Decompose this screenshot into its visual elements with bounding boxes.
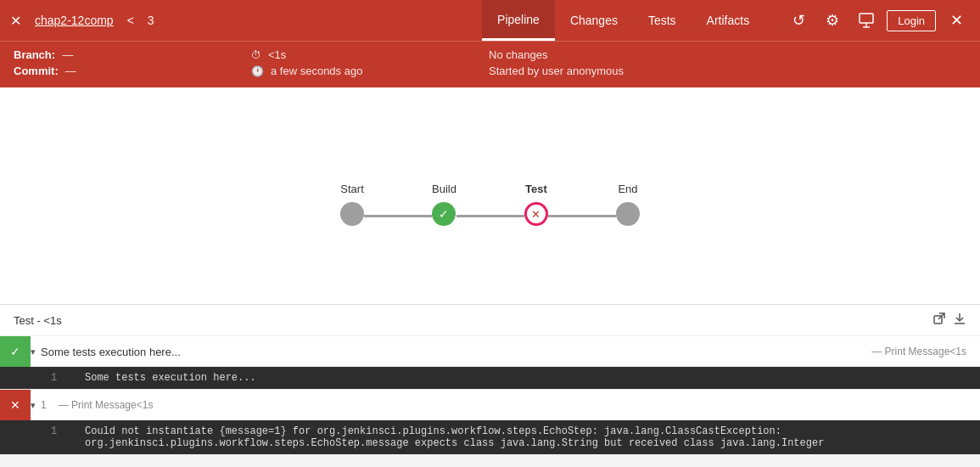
pipeline-diagram: Start Build ✓ Test ✕ End — [0, 87, 980, 304]
no-changes-text: No changes — [489, 48, 547, 61]
status-no-changes: No changes — [489, 48, 966, 61]
user-icon[interactable] — [853, 7, 880, 34]
code-line-num-0: 1 — [51, 372, 71, 384]
main-header: ✕ chap2-12comp < 3 Pipeline Changes Test… — [0, 0, 980, 41]
log-section: Test - <1s — [0, 304, 980, 454]
code-row-0: 1 Some tests execution here... — [0, 367, 980, 389]
pipeline-stages: Start Build ✓ Test ✕ End — [340, 183, 640, 226]
log-toggle-1[interactable]: ▾ — [31, 400, 36, 411]
code-line-num-1: 1 — [51, 425, 71, 449]
stage-build-node: ✓ — [432, 202, 456, 226]
stage-end[interactable]: End — [616, 183, 640, 226]
code-text-0: Some tests execution here... — [85, 372, 256, 384]
duration-row: ⏱ <1s — [251, 48, 489, 61]
commit-value: — — [65, 65, 76, 77]
sub-header: Branch: — Commit: — ⏱ <1s 🕐 a few second… — [0, 41, 980, 87]
stage-test-label: Test — [525, 183, 547, 195]
main-content: Start Build ✓ Test ✕ End Test - <1s — [0, 87, 980, 454]
refresh-button[interactable]: ↺ — [785, 7, 812, 34]
code-row-1: 1 Could not instantiate {message=1} for … — [0, 420, 980, 454]
log-step-label-0: Some tests execution here... — [41, 346, 866, 358]
log-status-error-icon: ✕ — [0, 390, 31, 420]
time-value: a few seconds ago — [271, 65, 362, 77]
status-started-by: Started by user anonymous — [489, 65, 966, 77]
commit-label: Commit: — [14, 65, 59, 77]
stage-end-node — [616, 202, 640, 226]
log-step-num-1: 1 — [41, 399, 47, 411]
svg-rect-0 — [860, 14, 873, 23]
connector-3 — [548, 215, 616, 217]
tab-artifacts[interactable]: Artifacts — [692, 0, 765, 41]
stage-start-label: Start — [340, 183, 363, 195]
code-text-1: Could not instantiate {message=1} for or… — [85, 425, 824, 449]
branch-label: Branch: — [14, 48, 55, 61]
tab-changes[interactable]: Changes — [555, 0, 633, 41]
nav-tabs: Pipeline Changes Tests Artifacts — [482, 0, 764, 41]
stage-test-node: ✕ — [524, 202, 548, 226]
sub-col-timing: ⏱ <1s 🕐 a few seconds ago — [251, 48, 489, 77]
tab-tests[interactable]: Tests — [633, 0, 692, 41]
started-by-text: Started by user anonymous — [489, 65, 624, 77]
stage-build-label: Build — [432, 183, 456, 195]
sub-col-meta: Branch: — Commit: — — [14, 48, 251, 77]
log-time-0: <1s — [949, 346, 966, 357]
stage-start[interactable]: Start — [340, 183, 364, 226]
breadcrumb-link[interactable]: chap2-12comp — [35, 14, 114, 27]
log-toggle-0[interactable]: ▾ — [31, 346, 36, 357]
log-row-0: ✓ ▾ Some tests execution here... — Print… — [0, 335, 980, 367]
breadcrumb-chevron-icon: < — [127, 14, 134, 27]
download-icon[interactable] — [953, 312, 966, 329]
log-step-sub-1: — Print Message — [59, 399, 137, 411]
stage-test[interactable]: Test ✕ — [524, 183, 548, 226]
duration-value: <1s — [268, 48, 286, 61]
stage-end-label: End — [618, 183, 637, 195]
commit-row: Commit: — — [14, 65, 251, 77]
log-step-sub-0: — Print Message — [871, 346, 949, 357]
header-action-icons: ↺ ⚙ Login ✕ — [785, 7, 970, 34]
connector-1 — [364, 215, 432, 217]
log-title: Test - <1s — [14, 314, 62, 327]
branch-row: Branch: — — [14, 48, 251, 61]
duration-icon: ⏱ — [251, 49, 261, 61]
close-button[interactable]: ✕ — [943, 7, 970, 34]
sub-col-status: No changes Started by user anonymous — [489, 48, 966, 77]
stage-start-node — [340, 202, 364, 226]
time-row: 🕐 a few seconds ago — [251, 65, 489, 77]
log-status-success-icon: ✓ — [0, 336, 31, 367]
connector-2 — [456, 215, 524, 217]
log-header: Test - <1s — [0, 305, 980, 335]
log-row-1: ✕ ▾ 1 — Print Message <1s — [0, 389, 980, 420]
settings-icon[interactable]: ⚙ — [819, 7, 846, 34]
log-time-1: <1s — [137, 399, 154, 411]
build-number: 3 — [148, 14, 154, 27]
header-close-x-icon[interactable]: ✕ — [10, 13, 21, 29]
log-header-icons — [932, 312, 966, 329]
external-link-icon[interactable] — [932, 312, 946, 329]
clock-icon: 🕐 — [251, 65, 264, 77]
stage-build[interactable]: Build ✓ — [432, 183, 456, 226]
branch-value: — — [62, 48, 73, 61]
login-button[interactable]: Login — [887, 10, 936, 31]
tab-pipeline[interactable]: Pipeline — [482, 0, 555, 41]
